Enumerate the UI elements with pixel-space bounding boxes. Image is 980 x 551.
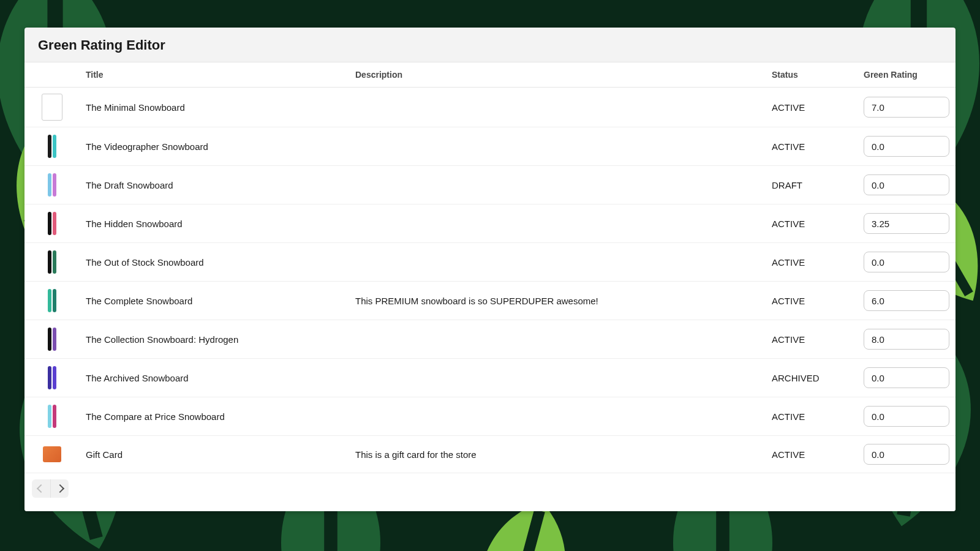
col-header-rating: Green Rating (858, 62, 956, 88)
col-header-status: Status (766, 62, 858, 88)
chevron-left-icon (37, 484, 45, 493)
product-description (349, 243, 766, 282)
table-row: Gift CardThis is a gift card for the sto… (24, 436, 956, 473)
table-row: The Compare at Price SnowboardACTIVE (24, 397, 956, 436)
col-header-thumb (24, 62, 80, 88)
product-description: This is a gift card for the store (349, 436, 766, 473)
products-table: Title Description Status Green Rating Th… (24, 62, 956, 473)
product-description (349, 88, 766, 127)
product-description (349, 397, 766, 436)
product-status: ACTIVE (766, 397, 858, 436)
product-thumbnail (42, 326, 62, 352)
green-rating-input[interactable] (864, 174, 949, 195)
green-rating-input[interactable] (864, 290, 949, 311)
product-description (349, 127, 766, 166)
product-thumbnail (42, 249, 62, 275)
green-rating-input[interactable] (864, 136, 949, 157)
product-status: ACTIVE (766, 88, 858, 127)
product-status: ACTIVE (766, 436, 858, 473)
product-thumbnail (42, 211, 62, 236)
product-status: ARCHIVED (766, 359, 858, 397)
table-row: The Collection Snowboard: HydrogenACTIVE (24, 320, 956, 359)
next-page-button[interactable] (50, 479, 69, 498)
table-row: The Complete SnowboardThis PREMIUM snowb… (24, 282, 956, 320)
page-title: Green Rating Editor (24, 28, 956, 62)
green-rating-input[interactable] (864, 213, 949, 234)
green-rating-input[interactable] (864, 329, 949, 350)
prev-page-button[interactable] (32, 479, 50, 498)
green-rating-input[interactable] (864, 406, 949, 427)
products-table-wrap: Title Description Status Green Rating Th… (24, 62, 956, 511)
product-description: This PREMIUM snowboard is so SUPERDUPER … (349, 282, 766, 320)
product-thumbnail (42, 94, 62, 121)
product-thumbnail (43, 446, 61, 462)
product-thumbnail (42, 172, 62, 198)
product-title: The Hidden Snowboard (80, 204, 349, 243)
product-title: The Collection Snowboard: Hydrogen (80, 320, 349, 359)
table-row: The Draft SnowboardDRAFT (24, 166, 956, 204)
product-title: The Complete Snowboard (80, 282, 349, 320)
table-row: The Minimal SnowboardACTIVE (24, 88, 956, 127)
product-thumbnail (42, 133, 62, 159)
product-description (349, 166, 766, 204)
product-title: The Compare at Price Snowboard (80, 397, 349, 436)
product-thumbnail (42, 365, 62, 391)
product-status: ACTIVE (766, 243, 858, 282)
product-description (349, 204, 766, 243)
col-header-description: Description (349, 62, 766, 88)
product-title: Gift Card (80, 436, 349, 473)
product-title: The Out of Stock Snowboard (80, 243, 349, 282)
table-row: The Archived SnowboardARCHIVED (24, 359, 956, 397)
product-title: The Draft Snowboard (80, 166, 349, 204)
product-status: ACTIVE (766, 127, 858, 166)
product-thumbnail (42, 288, 62, 313)
product-title: The Archived Snowboard (80, 359, 349, 397)
product-status: DRAFT (766, 166, 858, 204)
product-title: The Videographer Snowboard (80, 127, 349, 166)
product-description (349, 359, 766, 397)
green-rating-input[interactable] (864, 97, 949, 118)
editor-panel: Green Rating Editor Title Description St… (24, 28, 956, 511)
table-row: The Out of Stock SnowboardACTIVE (24, 243, 956, 282)
chevron-right-icon (55, 484, 64, 493)
green-rating-input[interactable] (864, 367, 949, 388)
pagination (24, 473, 956, 504)
table-row: The Videographer SnowboardACTIVE (24, 127, 956, 166)
product-thumbnail (42, 403, 62, 429)
product-status: ACTIVE (766, 282, 858, 320)
green-rating-input[interactable] (864, 444, 949, 465)
col-header-title: Title (80, 62, 349, 88)
product-description (349, 320, 766, 359)
green-rating-input[interactable] (864, 252, 949, 272)
product-status: ACTIVE (766, 204, 858, 243)
product-title: The Minimal Snowboard (80, 88, 349, 127)
table-row: The Hidden SnowboardACTIVE (24, 204, 956, 243)
product-status: ACTIVE (766, 320, 858, 359)
